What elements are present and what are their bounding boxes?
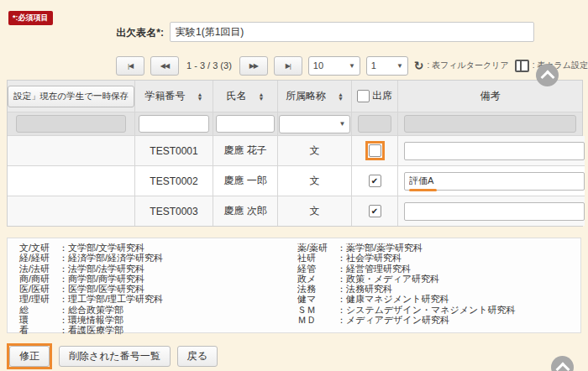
legend-item: ＭＤ：メディアデザイン研究科 — [297, 315, 516, 325]
name-cell: 慶應 一郎 — [213, 166, 278, 196]
filter-clear-icon[interactable]: ↻ — [414, 60, 424, 71]
legend-item: 法/法研：法学部/法学研究科 — [19, 264, 163, 274]
affiliation-filter-select[interactable]: ▼ — [279, 115, 351, 133]
first-page-button[interactable]: |◀ — [116, 56, 144, 76]
page-size-value: 10 — [313, 60, 323, 71]
header-cell-student-id[interactable]: 学籍番号 ▲▼ — [135, 81, 213, 112]
filter-cell-student-id — [135, 112, 213, 136]
attendance-cell: ✔ — [352, 196, 398, 226]
legend-item: 社研：社会学研究科 — [297, 253, 516, 263]
chevron-down-icon: ▼ — [396, 62, 403, 70]
affiliation-header-label: 所属略称 — [286, 89, 326, 103]
attendance-edit-page: { "page": { "background_color": "#fbf3e1… — [0, 0, 588, 371]
sort-icon[interactable]: ▲▼ — [259, 92, 265, 101]
attendance-checkbox[interactable]: ✔ — [369, 175, 381, 187]
attendance-checkbox[interactable] — [369, 144, 381, 157]
student-id-cell: TEST0001 — [135, 136, 213, 166]
remarks-input[interactable] — [404, 142, 585, 160]
table-columns-icon[interactable] — [515, 60, 529, 72]
affiliation-cell: 文 — [278, 136, 352, 166]
student-id-cell: TEST0003 — [135, 196, 213, 226]
legend-item: 政メ：政策・メディア研究科 — [297, 274, 516, 284]
legend-item: 薬/薬研：薬学部/薬学研究科 — [297, 243, 516, 253]
row-cell-empty — [8, 136, 135, 166]
table-row: TEST0001 慶應 花子 文 — [8, 136, 582, 166]
scroll-top-button[interactable] — [551, 356, 574, 371]
remarks-cell — [398, 136, 585, 166]
filter-clear-label: : 表フィルタークリア — [428, 60, 509, 71]
legend-item: 理/理研：理工学部/理工学研究科 — [19, 294, 163, 304]
table-row: TEST0003 慶應 次郎 文 ✔ — [8, 196, 582, 226]
chevron-down-icon: ▼ — [349, 62, 355, 70]
legend-item: 健マ：健康マネジメント研究科 — [297, 294, 516, 304]
legend-right-column: 薬/薬研：薬学部/薬学研究科 社研：社会学研究科 経管：経営管理研究科 政メ：政… — [297, 243, 516, 325]
attendance-cell: ✔ — [352, 166, 398, 196]
row-cell-empty — [8, 196, 135, 226]
filter-disabled-box — [16, 115, 127, 133]
sheet-name-input[interactable] — [170, 22, 534, 42]
header-cell-affiliation[interactable]: 所属略称 ▲▼ — [278, 81, 352, 112]
required-field-badge: *:必須項目 — [8, 11, 53, 25]
table-row: TEST0002 慶應 一郎 文 ✔ — [8, 166, 582, 196]
chevron-up-icon — [540, 70, 554, 84]
name-header-label: 氏名 — [227, 89, 247, 103]
student-id-cell: TEST0002 — [135, 166, 213, 196]
remarks-cell — [398, 196, 585, 226]
deleted-numbers-list-button[interactable]: 削除された番号一覧 — [59, 346, 171, 367]
attendance-checkbox[interactable]: ✔ — [369, 205, 381, 217]
last-page-button[interactable]: ▶| — [274, 56, 302, 76]
table-filter-row: ▼ — [8, 112, 582, 136]
bulk-save-button[interactable]: 設定」現在の学生で一時保存 — [8, 86, 134, 107]
legend-item: 看：看護医療学部 — [19, 325, 163, 335]
edit-button[interactable]: 修正 — [9, 346, 50, 367]
affiliation-legend-panel: 文/文研：文学部/文学研究科 経/経研：経済学部/経済学研究科 法/法研：法学部… — [7, 238, 581, 333]
student-id-header-label: 学籍番号 — [145, 89, 186, 103]
next-page-button[interactable]: ▶▶ — [239, 56, 268, 76]
affiliation-cell: 文 — [278, 166, 352, 196]
page-size-select[interactable]: 10 ▼ — [308, 56, 360, 76]
annotation-highlight: 修正 — [7, 343, 52, 369]
legend-item: 法務：法務研究科 — [297, 284, 516, 294]
filter-cell-save — [8, 112, 135, 136]
page-number-value: 1 — [371, 60, 376, 71]
table-header-row: 設定」現在の学生で一時保存 学籍番号 ▲▼ 氏名 ▲▼ 所属略称 ▲▼ 出席 備… — [8, 81, 582, 112]
pagination-range-text: 1 - 3 / 3 (3) — [186, 60, 232, 71]
pagination-bar: |◀ ◀◀ 1 - 3 / 3 (3) ▶▶ ▶| 10 ▼ 1 ▼ ↻ : 表… — [116, 55, 588, 76]
filter-cell-attendance — [352, 112, 398, 136]
name-cell: 慶應 次郎 — [213, 196, 278, 226]
legend-item: 経/経研：経済学部/経済学研究科 — [19, 253, 163, 263]
annotation-highlight — [365, 141, 385, 160]
sort-icon[interactable]: ▲▼ — [197, 92, 203, 101]
header-cell-attendance: 出席 — [352, 81, 398, 112]
legend-left-column: 文/文研：文学部/文学研究科 経/経研：経済学部/経済学研究科 法/法研：法学部… — [19, 243, 163, 336]
sort-icon[interactable]: ▲▼ — [338, 92, 344, 101]
remarks-header-label: 備考 — [480, 89, 501, 103]
remarks-input[interactable] — [404, 202, 585, 221]
back-button[interactable]: 戻る — [177, 346, 218, 367]
legend-item: 医/医研：医学部/医学研究科 — [19, 284, 163, 294]
filter-cell-remarks — [398, 112, 582, 136]
legend-item: 経管：経営管理研究科 — [297, 264, 516, 274]
legend-item: 総：総合政策学部 — [19, 305, 163, 315]
attendance-cell — [352, 136, 398, 166]
name-cell: 慶應 花子 — [213, 136, 278, 166]
scroll-top-button[interactable] — [536, 64, 559, 86]
select-all-attendance-checkbox[interactable] — [357, 90, 370, 102]
remarks-input[interactable] — [404, 172, 585, 191]
chevron-down-icon: ▼ — [339, 120, 346, 128]
header-cell-name[interactable]: 氏名 ▲▼ — [213, 81, 278, 112]
student-id-filter-input[interactable] — [139, 115, 209, 133]
legend-item: 環：環境情報学部 — [19, 315, 163, 325]
previous-page-button[interactable]: ◀◀ — [150, 56, 179, 76]
attendance-table: 設定」現在の学生で一時保存 学籍番号 ▲▼ 氏名 ▲▼ 所属略称 ▲▼ 出席 備… — [7, 80, 583, 227]
sheet-name-label: 出欠表名*: — [46, 26, 164, 40]
legend-item: ＳＭ：システムデザイン・マネジメント研究科 — [297, 305, 516, 315]
filter-cell-name — [213, 112, 278, 136]
header-cell-save: 設定」現在の学生で一時保存 — [8, 81, 135, 112]
row-cell-empty — [8, 166, 135, 196]
page-number-select[interactable]: 1 ▼ — [366, 56, 408, 76]
remarks-cell — [398, 166, 585, 196]
affiliation-cell: 文 — [278, 196, 352, 226]
name-filter-input[interactable] — [216, 115, 276, 133]
legend-item: 文/文研：文学部/文学研究科 — [19, 243, 163, 253]
